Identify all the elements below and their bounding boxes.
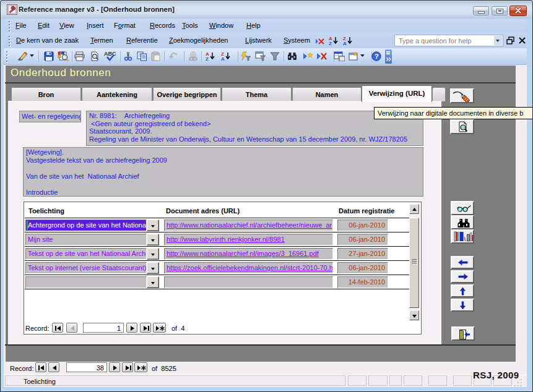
svg-text:ABC: ABC [104, 51, 116, 57]
svg-text:A: A [221, 56, 225, 61]
svg-text:Z: Z [206, 56, 209, 61]
svg-text:?: ? [375, 53, 379, 60]
svg-text:A: A [343, 41, 347, 46]
svg-text:Z: Z [329, 41, 332, 46]
